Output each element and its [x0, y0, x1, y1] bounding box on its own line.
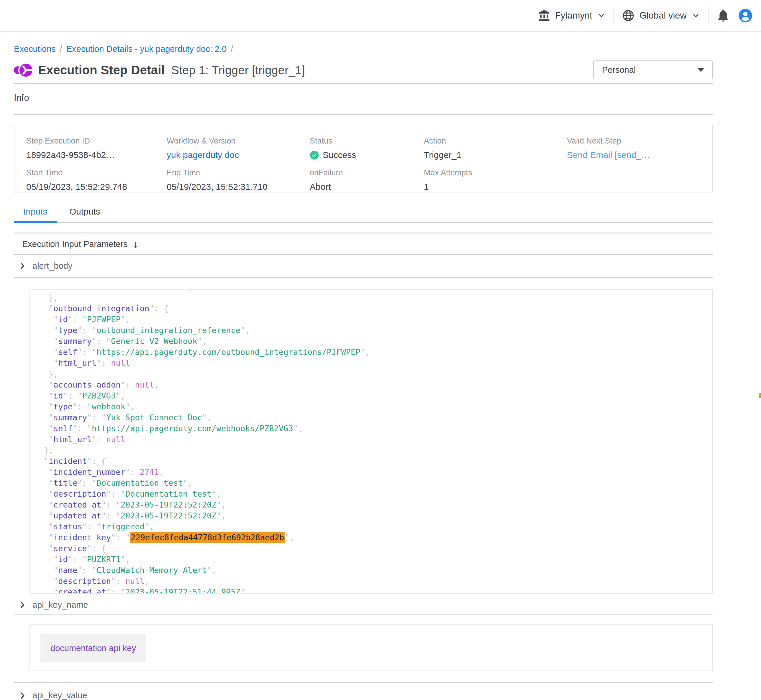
view-switcher[interactable]: Global view	[622, 9, 700, 22]
field-status: Status Success	[310, 136, 424, 161]
top-bar: Fylamynt Global view	[0, 0, 761, 32]
param-row-api-key-value[interactable]: api_key_value	[14, 688, 713, 700]
param-row-alert-body[interactable]: alert_body	[14, 255, 713, 277]
divider	[14, 233, 713, 233]
globe-icon	[622, 9, 635, 22]
info-heading: Info	[14, 92, 713, 104]
divider	[14, 114, 713, 115]
field-onfailure: onFailure Abort	[310, 168, 424, 193]
header-divider	[614, 7, 614, 24]
divider	[14, 614, 713, 614]
param-label: api_key_name	[33, 600, 88, 610]
chevron-right-icon	[18, 261, 27, 270]
tab-outputs[interactable]: Outputs	[60, 206, 110, 223]
execution-input-parameters-header: Execution Input Parameters ↓	[14, 236, 713, 252]
api-key-name-value-box: documentation api key	[30, 624, 713, 671]
json-code: "2023-05-19T22:52:20Z", }, "outbound_int…	[30, 289, 712, 594]
workflow-link[interactable]: yuk pagerduty doc	[167, 150, 310, 160]
org-label: Fylamynt	[555, 10, 592, 21]
org-switcher[interactable]: Fylamynt	[538, 9, 606, 22]
chevron-down-icon	[691, 11, 700, 20]
field-workflow-version: Workflow & Version yuk pagerduty doc	[167, 136, 310, 161]
user-avatar[interactable]	[738, 8, 753, 23]
page-title: Execution Step Detail	[38, 63, 164, 77]
field-step-execution-id: Step Execution ID 18992a43-9538-4b2…	[26, 136, 167, 161]
scrollbar-find-marker	[759, 393, 761, 398]
caret-down-icon	[698, 68, 704, 72]
divider	[14, 277, 713, 278]
notifications-bell-icon[interactable]	[716, 9, 730, 23]
param-label: api_key_value	[33, 691, 87, 700]
field-max-attempts: Max Attempts 1	[424, 168, 567, 193]
workflow-step-logo-icon	[14, 61, 33, 80]
header-divider	[708, 7, 708, 24]
json-viewer[interactable]: "2023-05-19T22:52:20Z", }, "outbound_int…	[30, 289, 713, 594]
scope-select[interactable]: Personal	[593, 61, 713, 79]
chevron-right-icon	[18, 600, 27, 609]
info-card: Step Execution ID 18992a43-9538-4b2… Wor…	[14, 125, 713, 192]
execution-input-parameters-label: Execution Input Parameters	[22, 239, 128, 249]
param-row-api-key-name[interactable]: api_key_name	[14, 598, 713, 611]
scope-select-value: Personal	[602, 65, 636, 75]
status-badge: Success	[323, 150, 356, 160]
page-subtitle: Step 1: Trigger [trigger_1]	[171, 64, 305, 77]
tab-strip: Inputs Outputs	[14, 206, 713, 223]
field-end-time: End Time 05/19/2023, 15:52:31.710	[167, 168, 310, 193]
institution-icon	[538, 9, 550, 22]
field-action: Action Trigger_1	[424, 136, 567, 161]
breadcrumb-execution-details[interactable]: Execution Details - yuk pagerduty doc: 2…	[66, 44, 227, 54]
download-arrow-icon[interactable]: ↓	[133, 239, 138, 249]
chevron-down-icon	[597, 11, 606, 20]
field-valid-next-step: Valid Next Step Send Email [send_…	[567, 136, 712, 161]
param-label: alert_body	[33, 261, 72, 271]
breadcrumb-separator: /	[60, 44, 62, 54]
view-label: Global view	[639, 10, 687, 21]
divider	[14, 682, 713, 683]
api-key-name-chip: documentation api key	[41, 634, 146, 662]
field-start-time: Start Time 05/19/2023, 15:52:29.748	[26, 168, 167, 193]
breadcrumb-separator: /	[231, 44, 233, 54]
divider	[14, 83, 713, 84]
tab-inputs[interactable]: Inputs	[14, 206, 57, 223]
breadcrumb: Executions / Execution Details - yuk pag…	[14, 44, 713, 54]
success-check-icon	[310, 151, 319, 160]
title-row: Execution Step Detail Step 1: Trigger [t…	[14, 61, 713, 80]
breadcrumb-executions[interactable]: Executions	[14, 44, 56, 54]
chevron-right-icon	[18, 691, 27, 700]
next-step-link[interactable]: Send Email [send_…	[567, 150, 712, 160]
